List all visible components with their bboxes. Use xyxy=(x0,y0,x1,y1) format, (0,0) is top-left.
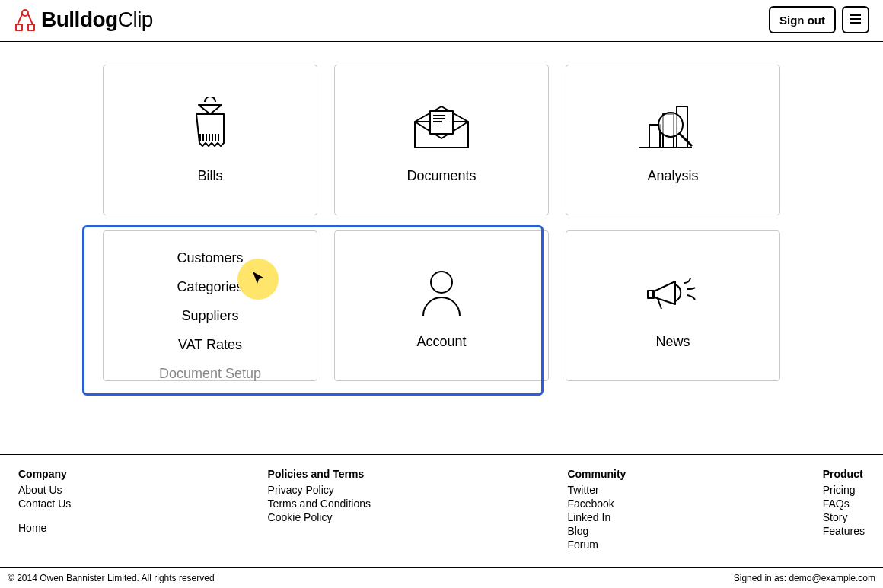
footer-col-title: Policies and Terms xyxy=(268,468,371,480)
dashboard-grid: Bills Documents xyxy=(88,65,795,381)
footer-link-story[interactable]: Story xyxy=(823,510,865,524)
svg-line-23 xyxy=(679,133,692,146)
footer-link-linked-in[interactable]: Linked In xyxy=(567,510,626,524)
brand[interactable]: BulldogClip xyxy=(14,8,153,32)
card-label: Bills xyxy=(197,168,222,184)
card-account[interactable]: Account xyxy=(334,230,549,381)
footer-col-community: CommunityTwitterFacebookLinked InBlogFor… xyxy=(567,468,626,551)
header-right: Sign out xyxy=(769,6,869,33)
card-analysis[interactable]: Analysis xyxy=(566,65,780,215)
svg-rect-2 xyxy=(28,24,34,30)
card-label: Analysis xyxy=(647,168,698,184)
megaphone-icon xyxy=(639,262,707,323)
footer-link-about-us[interactable]: About Us xyxy=(18,483,71,497)
signed-in-status: Signed in as: demo@example.com xyxy=(734,573,875,583)
footer-col-product: ProductPricingFAQsStoryFeatures xyxy=(823,468,865,551)
brand-bold: Bulldog xyxy=(41,8,118,31)
sign-out-button[interactable]: Sign out xyxy=(769,6,836,33)
svg-point-24 xyxy=(431,272,452,293)
settings-item-document-setup[interactable]: Document Setup xyxy=(159,359,261,388)
svg-point-0 xyxy=(22,10,28,16)
footer-link-terms-and-conditions[interactable]: Terms and Conditions xyxy=(268,497,371,510)
person-icon xyxy=(411,262,472,323)
footer-link-contact-us[interactable]: Contact Us xyxy=(18,497,71,510)
receipt-icon xyxy=(183,97,237,157)
card-news[interactable]: News xyxy=(566,230,780,381)
card-documents[interactable]: Documents xyxy=(334,65,549,215)
chart-magnifier-icon xyxy=(639,97,707,157)
brand-text: BulldogClip xyxy=(41,8,153,32)
footer: CompanyAbout UsContact UsHomePolicies an… xyxy=(0,468,883,551)
footer-link-privacy-policy[interactable]: Privacy Policy xyxy=(268,483,371,497)
footer-link-facebook[interactable]: Facebook xyxy=(567,497,626,510)
card-label: Documents xyxy=(406,168,476,184)
brand-light: Clip xyxy=(118,8,153,31)
footer-link-forum[interactable]: Forum xyxy=(567,538,626,551)
footer-col-policies-and-terms: Policies and TermsPrivacy PolicyTerms an… xyxy=(268,468,371,551)
footer-link-features[interactable]: Features xyxy=(823,524,865,538)
footer-link-faqs[interactable]: FAQs xyxy=(823,497,865,510)
settings-item-categories[interactable]: Categories xyxy=(177,272,243,301)
main: Bills Documents xyxy=(0,42,883,381)
footer-link-pricing[interactable]: Pricing xyxy=(823,483,865,497)
card-label: News xyxy=(655,334,690,350)
footer-col-title: Product xyxy=(823,468,865,480)
settings-item-suppliers[interactable]: Suppliers xyxy=(181,301,238,330)
menu-button[interactable] xyxy=(842,6,869,33)
settings-item-customers[interactable]: Customers xyxy=(177,243,243,272)
bulldog-clip-icon xyxy=(14,8,37,32)
card-label: Account xyxy=(416,334,466,350)
footer-col-title: Community xyxy=(567,468,626,480)
menu-icon xyxy=(850,14,862,27)
settings-item-vat-rates[interactable]: VAT Rates xyxy=(178,330,242,359)
footer-link-twitter[interactable]: Twitter xyxy=(567,483,626,497)
card-bills[interactable]: Bills xyxy=(103,65,317,215)
bottom-bar: © 2014 Owen Bannister Limited. All right… xyxy=(0,567,883,588)
footer-link-blog[interactable]: Blog xyxy=(567,524,626,538)
footer-col-company: CompanyAbout UsContact UsHome xyxy=(18,468,71,551)
card-settings-expanded: CustomersCategoriesSuppliersVAT RatesDoc… xyxy=(103,230,317,381)
envelope-document-icon xyxy=(407,97,476,157)
header: BulldogClip Sign out xyxy=(0,0,883,42)
footer-divider xyxy=(0,454,883,455)
footer-link-cookie-policy[interactable]: Cookie Policy xyxy=(268,510,371,524)
svg-rect-1 xyxy=(16,24,22,30)
footer-col-title: Company xyxy=(18,468,71,480)
footer-link-home[interactable]: Home xyxy=(18,521,71,535)
copyright: © 2014 Owen Bannister Limited. All right… xyxy=(8,573,215,583)
